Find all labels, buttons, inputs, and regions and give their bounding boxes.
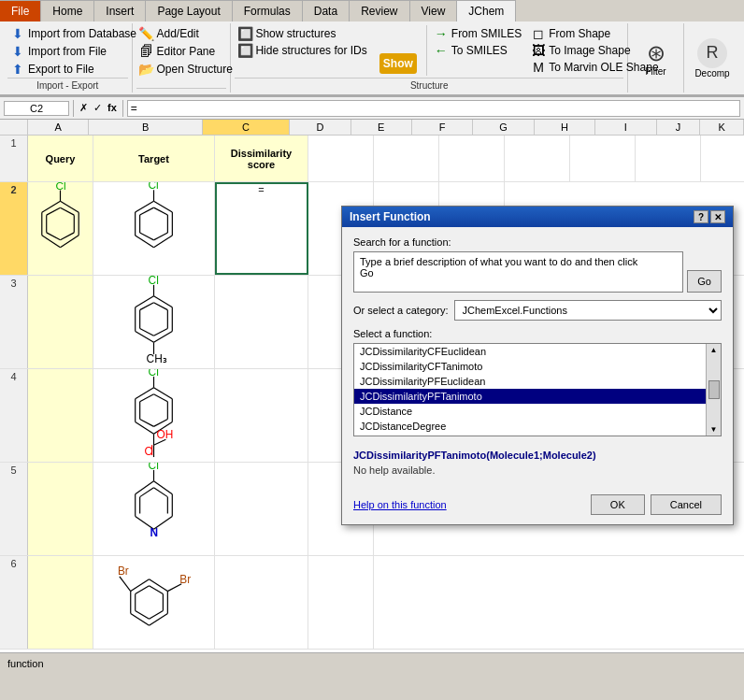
open-structure-icon: 📂: [139, 62, 154, 77]
list-item[interactable]: JCDistance: [354, 404, 721, 419]
structure-group-label: Structure: [235, 78, 623, 91]
cell-d1[interactable]: [308, 136, 374, 181]
dialog-ok-button[interactable]: OK: [591, 494, 645, 515]
svg-text:OH: OH: [156, 428, 173, 441]
molecule-chloropyridine-b5: N Cl: [93, 463, 214, 555]
editor-pane-button[interactable]: 🗐 Editor Pane: [136, 43, 236, 60]
tab-review[interactable]: Review: [350, 0, 409, 21]
import-file-button[interactable]: ⬇ Import from File: [7, 43, 139, 60]
filter-button[interactable]: ⊛ Filter: [637, 38, 675, 79]
scroll-thumb[interactable]: [708, 380, 720, 399]
tab-file[interactable]: File: [0, 0, 41, 21]
col-header-d[interactable]: D: [290, 120, 351, 135]
dialog-help-link[interactable]: Help on this function: [353, 499, 447, 510]
list-item[interactable]: JCDominantTautomerCount: [354, 434, 721, 436]
open-structure-button[interactable]: 📂 Open Structure: [136, 61, 236, 78]
cancel-formula-icon[interactable]: ✗: [78, 102, 90, 114]
cell-b1[interactable]: Target: [93, 136, 215, 181]
col-header-j[interactable]: J: [657, 120, 701, 135]
dialog-category-select[interactable]: JChemExcel.Functions: [454, 300, 723, 321]
col-header-f[interactable]: F: [412, 120, 473, 135]
cell-a3[interactable]: [28, 276, 93, 368]
cell-g1[interactable]: [505, 136, 570, 181]
cell-a2[interactable]: Cl: [28, 182, 93, 275]
col-header-g[interactable]: G: [473, 120, 534, 135]
cell-a1[interactable]: Query: [28, 136, 93, 181]
cell-b6[interactable]: Br Br: [93, 556, 215, 649]
cell-c3[interactable]: [215, 276, 308, 368]
col-header-b[interactable]: B: [89, 120, 202, 135]
cell-b5[interactable]: N Cl: [93, 463, 215, 555]
col-header-a[interactable]: A: [28, 120, 89, 135]
add-edit-button[interactable]: ✏️ Add/Edit: [136, 25, 236, 42]
dialog-category-label: Or select a category:: [353, 305, 449, 316]
col-header-k[interactable]: K: [700, 120, 744, 135]
tab-data[interactable]: Data: [303, 0, 350, 21]
list-item[interactable]: JCDissimilarityCFEuclidean: [354, 344, 721, 359]
cell-c4[interactable]: [215, 369, 308, 462]
tab-jchem[interactable]: JChem: [457, 0, 516, 21]
table-row: 6 Br: [0, 556, 744, 650]
from-smiles-button[interactable]: → From SMILES: [431, 25, 524, 42]
show-structures-label: Show structures: [255, 27, 336, 40]
to-image-shape-label: To Image Shape: [549, 44, 630, 57]
cell-c6[interactable]: [215, 556, 308, 649]
decomp-button[interactable]: R Decomp: [689, 36, 735, 80]
col-header-e[interactable]: E: [351, 120, 412, 135]
svg-line-82: [131, 579, 150, 592]
filter-icon: ⊛: [643, 40, 669, 66]
cell-c5[interactable]: [215, 463, 308, 555]
list-item[interactable]: JCDissimilarityPFEuclidean: [354, 374, 721, 389]
dialog-help-btn[interactable]: ?: [694, 210, 708, 223]
cell-d6[interactable]: [308, 556, 374, 649]
list-item-selected[interactable]: JCDissimilarityPFTanimoto: [354, 389, 721, 404]
list-item[interactable]: JCDissimilarityCFTanimoto: [354, 359, 721, 374]
col-header-h[interactable]: H: [535, 120, 595, 135]
col-header-c[interactable]: C: [203, 120, 290, 135]
import-database-button[interactable]: ⬇ Import from Database: [7, 25, 139, 42]
scroll-up-icon[interactable]: ▲: [708, 344, 720, 356]
scroll-down-icon[interactable]: ▼: [708, 423, 720, 436]
dialog-close-btn[interactable]: ✕: [710, 210, 725, 223]
tab-page-layout[interactable]: Page Layout: [146, 0, 232, 21]
cell-ref-input[interactable]: [4, 101, 69, 116]
dialog-go-button[interactable]: Go: [687, 270, 722, 293]
cell-a5[interactable]: [28, 463, 93, 555]
cell-b2[interactable]: Cl: [93, 182, 215, 275]
cell-e1[interactable]: [374, 136, 439, 181]
tab-formulas[interactable]: Formulas: [233, 0, 303, 21]
cell-a6[interactable]: [28, 556, 93, 649]
show-structures-button[interactable]: 🔲 Show structures: [235, 25, 369, 42]
cell-f1[interactable]: [439, 136, 505, 181]
export-file-button[interactable]: ⬆ Export to File: [7, 61, 139, 78]
cell-a4[interactable]: [28, 369, 93, 462]
tab-insert[interactable]: Insert: [94, 0, 146, 21]
cell-c2[interactable]: =: [215, 182, 308, 275]
tab-view[interactable]: View: [410, 0, 458, 21]
cell-h1[interactable]: [570, 136, 636, 181]
insert-function-icon[interactable]: fx: [106, 102, 119, 114]
formula-icons: ✗ ✓ fx: [78, 102, 119, 114]
molecule-benzoicacid-b4: Cl O OH: [93, 369, 214, 462]
to-smiles-button[interactable]: ← To SMILES: [431, 42, 524, 59]
cell-i1[interactable]: [636, 136, 701, 181]
dialog-search-input[interactable]: Type a brief description of what you wan…: [353, 251, 683, 293]
cell-b3[interactable]: Cl CH₃: [93, 276, 215, 368]
tab-home[interactable]: Home: [41, 0, 94, 21]
to-marvin-ole-icon: M: [531, 60, 546, 75]
scrollbar[interactable]: ▲ ▼: [706, 344, 721, 436]
edit-items: ✏️ Add/Edit 🗐 Editor Pane 📂 Open Structu…: [136, 25, 227, 88]
import-db-icon: ⬇: [10, 26, 25, 41]
row-num-2: 2: [0, 182, 28, 275]
show-button[interactable]: Show: [374, 51, 422, 76]
formula-divider2: [122, 100, 123, 117]
list-item[interactable]: JCDistanceDegree: [354, 419, 721, 434]
cell-b4[interactable]: Cl O OH: [93, 369, 215, 462]
cell-c1[interactable]: Dissimilarity score: [215, 136, 308, 181]
hide-structures-button[interactable]: 🔲 Hide structures for IDs: [235, 42, 369, 59]
col-header-i[interactable]: I: [595, 120, 656, 135]
dialog-cancel-button[interactable]: Cancel: [651, 494, 722, 515]
formula-input[interactable]: [127, 100, 740, 117]
confirm-formula-icon[interactable]: ✓: [92, 102, 104, 114]
ribbon-tab-row: File Home Insert Page Layout Formulas Da…: [0, 0, 744, 21]
